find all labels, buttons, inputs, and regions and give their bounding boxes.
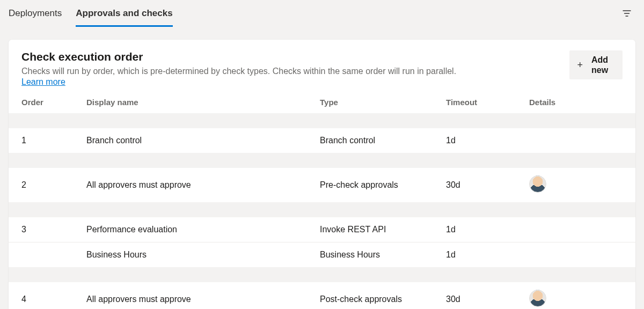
checks-table: Order Display name Type Timeout Details … [9,92,635,309]
cell-order: 3 [9,217,86,242]
filter-icon [623,9,631,18]
cell-timeout: 1d [446,242,529,268]
col-header-timeout[interactable]: Timeout [446,92,529,113]
table-header-row: Order Display name Type Timeout Details [9,92,635,113]
plus-icon: + [577,60,583,70]
group-spacer [9,153,635,168]
card-header-text: Check execution order Checks will run by… [21,50,456,87]
cell-type: Business Hours [320,242,446,268]
group-spacer [9,113,635,128]
avatar [529,290,546,307]
cell-timeout: 30d [446,282,529,309]
avatar [529,175,546,193]
cell-name: Branch control [86,128,320,153]
cell-timeout: 1d [446,217,529,242]
cell-name: All approvers must approve [86,168,320,202]
table-row[interactable]: 1Branch controlBranch control1d [9,128,635,153]
cell-name: All approvers must approve [86,282,320,309]
add-new-button[interactable]: + Add new [569,50,623,79]
tabs: Deployments Approvals and checks [9,0,173,27]
cell-order: 4 [9,282,86,309]
cell-order: 1 [9,128,86,153]
table-row[interactable]: 2All approvers must approvePre-check app… [9,168,635,202]
cell-timeout: 30d [446,168,529,202]
filter-button[interactable] [618,5,635,22]
cell-order [9,242,86,268]
table-row[interactable]: 3Performance evaluationInvoke REST API1d [9,217,635,242]
col-header-name[interactable]: Display name [86,92,320,113]
cell-type: Pre-check approvals [320,168,446,202]
card-header: Check execution order Checks will run by… [9,40,635,92]
topbar: Deployments Approvals and checks [0,0,644,27]
card-description: Checks will run by order, which is pre-d… [21,67,456,76]
tab-deployments[interactable]: Deployments [9,0,62,27]
cell-name: Performance evaluation [86,217,320,242]
cell-timeout: 1d [446,128,529,153]
group-spacer [9,202,635,217]
col-header-type[interactable]: Type [320,92,446,113]
cell-type: Invoke REST API [320,217,446,242]
table-row[interactable]: 4All approvers must approvePost-check ap… [9,282,635,309]
cell-order: 2 [9,168,86,202]
cell-type: Branch control [320,128,446,153]
checks-card: Check execution order Checks will run by… [9,40,635,309]
col-header-order[interactable]: Order [9,92,86,113]
learn-more-link[interactable]: Learn more [21,77,65,87]
table-row[interactable]: Business HoursBusiness Hours1d [9,242,635,268]
card-title: Check execution order [21,50,456,63]
col-header-details[interactable]: Details [529,92,635,113]
add-new-label: Add new [591,55,613,75]
cell-name: Business Hours [86,242,320,268]
group-spacer [9,267,635,282]
tab-approvals-and-checks[interactable]: Approvals and checks [76,0,172,27]
cell-type: Post-check approvals [320,282,446,309]
